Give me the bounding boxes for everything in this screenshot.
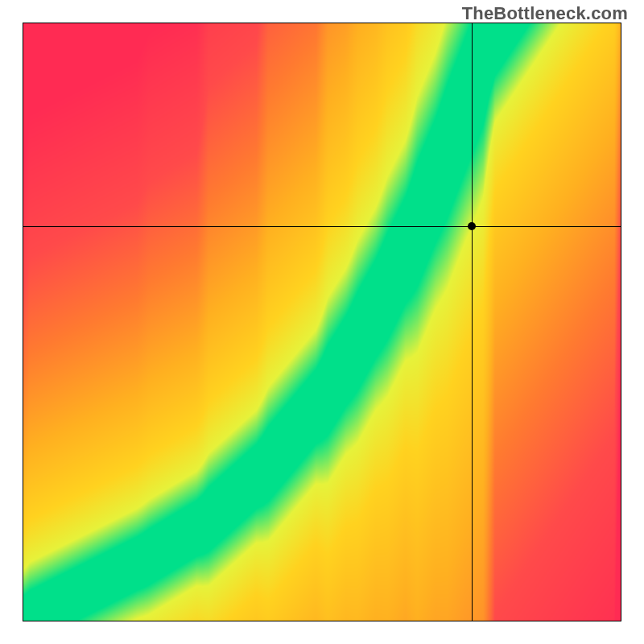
crosshair-vertical bbox=[472, 23, 473, 621]
watermark-text: TheBottleneck.com bbox=[462, 3, 628, 24]
heatmap-canvas bbox=[23, 23, 621, 621]
heatmap-plot bbox=[23, 23, 621, 621]
marker-dot bbox=[468, 222, 476, 230]
crosshair-horizontal bbox=[23, 226, 621, 227]
